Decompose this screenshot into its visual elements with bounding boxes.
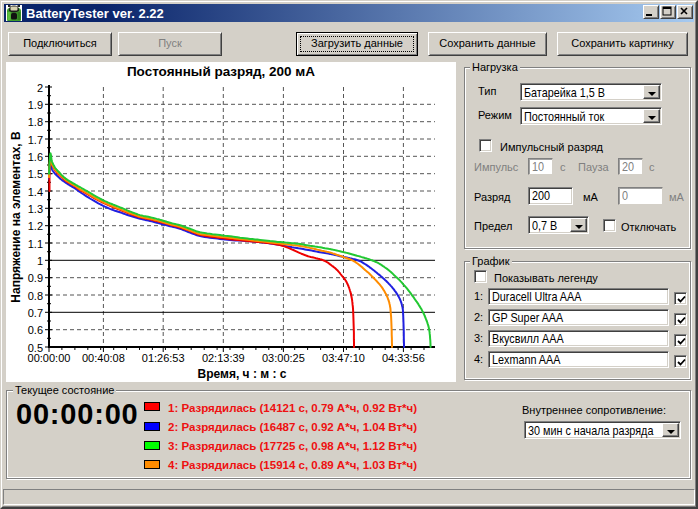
- svg-text:2: 2: [37, 82, 43, 94]
- svg-text:00:40:08: 00:40:08: [82, 352, 125, 364]
- svg-text:1.9: 1.9: [28, 99, 43, 111]
- svg-text:02:13:39: 02:13:39: [202, 352, 245, 364]
- svg-text:1.6: 1.6: [28, 151, 43, 163]
- svg-text:1.8: 1.8: [28, 116, 43, 128]
- svg-text:0.8: 0.8: [28, 290, 43, 302]
- svg-text:1: 1: [37, 255, 43, 267]
- svg-text:03:00:25: 03:00:25: [262, 352, 305, 364]
- svg-text:0.9: 0.9: [28, 272, 43, 284]
- svg-text:1.1: 1.1: [28, 238, 43, 250]
- svg-text:1.5: 1.5: [28, 168, 43, 180]
- svg-text:0.6: 0.6: [28, 324, 43, 336]
- svg-text:00:00:00: 00:00:00: [28, 352, 71, 364]
- svg-text:1.7: 1.7: [28, 134, 43, 146]
- svg-text:Время, ч : м : с: Время, ч : м : с: [198, 367, 287, 381]
- svg-text:1.3: 1.3: [28, 203, 43, 215]
- svg-text:1.4: 1.4: [28, 186, 43, 198]
- svg-text:Напряжение на элементах, В: Напряжение на элементах, В: [9, 131, 23, 303]
- svg-text:1.2: 1.2: [28, 220, 43, 232]
- svg-text:04:33:56: 04:33:56: [382, 352, 425, 364]
- svg-text:01:26:53: 01:26:53: [142, 352, 185, 364]
- svg-text:Постоянный разряд, 200 мА: Постоянный разряд, 200 мА: [127, 64, 315, 79]
- svg-text:0.7: 0.7: [28, 307, 43, 319]
- svg-text:03:47:10: 03:47:10: [322, 352, 365, 364]
